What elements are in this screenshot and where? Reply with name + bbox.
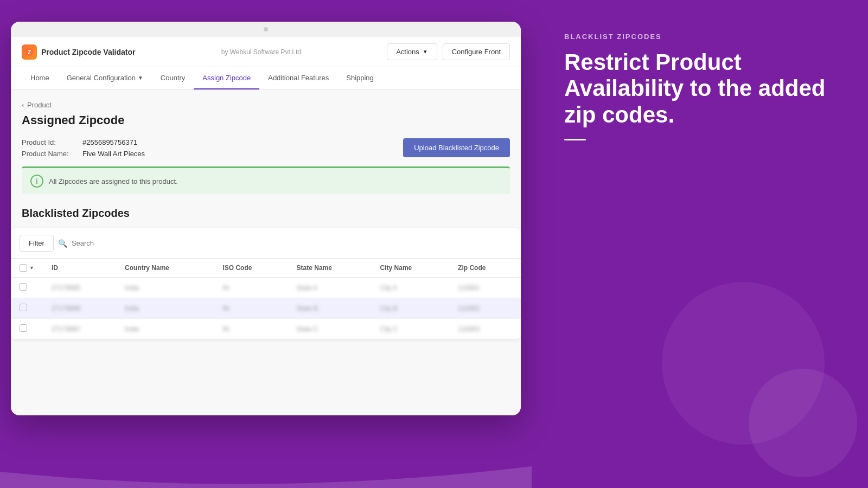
th-state-name: State Name (288, 259, 372, 278)
row-state-1: State A (288, 278, 372, 298)
alert-info-icon: i (30, 175, 43, 188)
header-actions: Actions ▼ Configure Front (387, 43, 510, 60)
select-all-checkbox[interactable] (20, 264, 27, 272)
th-city-name: City Name (372, 259, 450, 278)
th-checkbox: ▼ (11, 259, 43, 278)
sidebar-underline (564, 139, 586, 140)
app-logo: Z Product Zipcode Validator (22, 44, 135, 60)
th-country-name: Country Name (116, 259, 214, 278)
actions-chevron-icon: ▼ (423, 49, 428, 55)
table-row: 27179887 India IN State C City C 110003 (11, 319, 521, 339)
sidebar-label: BLACKLIST ZIPCODES (564, 33, 841, 41)
nav-tabs: Home General Configuration ▼ Country Ass… (11, 67, 521, 90)
actions-button[interactable]: Actions ▼ (387, 43, 437, 60)
row-state-2: State B (288, 298, 372, 319)
breadcrumb[interactable]: ‹ Product (22, 101, 510, 109)
filter-button[interactable]: Filter (20, 235, 54, 252)
row-id-1: 27179885 (43, 278, 116, 298)
alert-info: i All Zipcodes are assigned to this prod… (22, 166, 510, 194)
search-icon: 🔍 (58, 239, 67, 248)
row-iso-2: IN (214, 298, 288, 319)
row-id-2: 27179886 (43, 298, 116, 319)
upload-blacklisted-zipcode-button[interactable]: Upload Blacklisted Zipcode (403, 138, 510, 157)
blacklisted-zipcodes-table-container: Filter 🔍 ▼ (11, 228, 521, 339)
tab-home[interactable]: Home (22, 67, 58, 89)
row-country-2: India (116, 298, 214, 319)
product-info-row: Product Id: #2556895756371 Product Name:… (22, 138, 510, 158)
tab-country[interactable]: Country (152, 67, 194, 89)
product-id-value: #2556895756371 (82, 138, 137, 146)
product-name-value: Five Wall Art Pieces (82, 150, 145, 158)
deco-circle (662, 282, 825, 445)
table-header-row: ▼ ID Country Name ISO Code (11, 259, 521, 278)
row-country-1: India (116, 278, 214, 298)
row-country-3: India (116, 319, 214, 339)
blacklisted-zipcodes-title: Blacklisted Zipcodes (22, 207, 510, 220)
product-name-row: Product Name: Five Wall Art Pieces (22, 150, 145, 158)
row-id-3: 27179887 (43, 319, 116, 339)
page-content: ‹ Product Assigned Zipcode Product Id: #… (11, 90, 521, 415)
row-checkbox-1[interactable] (11, 278, 43, 298)
row-state-3: State C (288, 319, 372, 339)
tab-general-configuration[interactable]: General Configuration ▼ (58, 67, 152, 89)
row-city-2: City B (372, 298, 450, 319)
tab-assign-zipcode[interactable]: Assign Zipcode (194, 67, 259, 89)
row-zip-1: 110001 (449, 278, 521, 298)
th-zip-code: Zip Code (449, 259, 521, 278)
deco-circle-2 (749, 369, 857, 477)
app-header: Z Product Zipcode Validator by Webkul So… (11, 37, 521, 67)
row-city-1: City A (372, 278, 450, 298)
table-row: 27179885 India IN State A City A 110001 (11, 278, 521, 298)
row-checkbox-3[interactable] (11, 319, 43, 339)
sidebar-heading: Restrict Product Availability to the add… (564, 49, 841, 128)
general-config-chevron-icon: ▼ (138, 75, 143, 81)
search-input-wrap: 🔍 (58, 239, 512, 248)
row-city-3: City C (372, 319, 450, 339)
select-all-chevron-icon[interactable]: ▼ (29, 265, 34, 271)
browser-chrome (11, 22, 521, 37)
tab-shipping[interactable]: Shipping (337, 67, 382, 89)
product-id-label: Product Id: (22, 138, 76, 146)
row-iso-1: IN (214, 278, 288, 298)
tab-additional-features[interactable]: Additional Features (259, 67, 337, 89)
browser-dot (264, 27, 268, 31)
svg-text:Z: Z (28, 49, 31, 55)
search-input[interactable] (72, 239, 512, 247)
product-name-label: Product Name: (22, 150, 76, 158)
vendor-text: by Webkul Software Pvt Ltd (221, 48, 301, 56)
product-id-row: Product Id: #2556895756371 (22, 138, 145, 146)
alert-text: All Zipcodes are assigned to this produc… (49, 177, 178, 185)
app-title: Product Zipcode Validator (41, 48, 135, 56)
page-title: Assigned Zipcode (22, 113, 510, 127)
row-iso-3: IN (214, 319, 288, 339)
right-sidebar: BLACKLIST ZIPCODES Restrict Product Avai… (532, 0, 868, 488)
table-row: 27179886 India IN State B City B 110002 (11, 298, 521, 319)
table-toolbar: Filter 🔍 (11, 228, 521, 259)
row-zip-3: 110003 (449, 319, 521, 339)
data-table: ▼ ID Country Name ISO Code (11, 259, 521, 339)
product-meta: Product Id: #2556895756371 Product Name:… (22, 138, 145, 158)
th-iso-code: ISO Code (214, 259, 288, 278)
configure-front-button[interactable]: Configure Front (443, 43, 510, 60)
row-checkbox-2[interactable] (11, 298, 43, 319)
app-logo-icon: Z (22, 44, 37, 60)
th-id: ID (43, 259, 116, 278)
row-zip-2: 110002 (449, 298, 521, 319)
breadcrumb-back-icon: ‹ (22, 101, 24, 109)
